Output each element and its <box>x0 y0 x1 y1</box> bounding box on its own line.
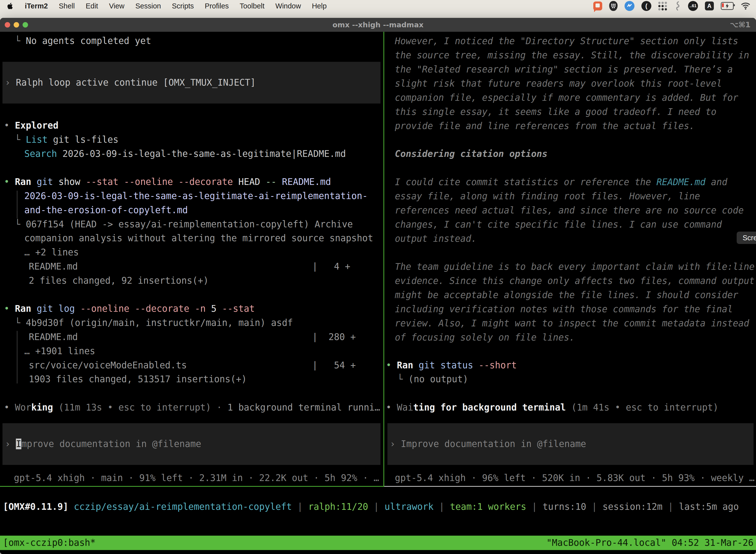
paragraph-line: the source tree, missing the essay. Stil… <box>395 48 749 62</box>
right-input-line: › Improve documentation in @filename <box>390 437 586 451</box>
paragraph-line: review. Also, I might want to inspect th… <box>395 316 755 330</box>
git-show-command-line: • Ran git show --stat --oneline --decora… <box>4 175 331 189</box>
thinking-heading: Considering citation options <box>395 147 548 161</box>
menu-item-edit[interactable]: Edit <box>85 2 98 10</box>
paragraph-line: evidence. Since this change only affects… <box>395 274 755 288</box>
wifi-icon[interactable] <box>741 2 751 10</box>
paragraph-line: However, I noticed the "Directory Struct… <box>395 34 749 48</box>
menu-item-toolbelt[interactable]: Toolbelt <box>240 2 264 10</box>
activity-icon[interactable] <box>625 1 634 11</box>
battery-level <box>722 3 724 7</box>
left-input-line: › Improve documentation in @filename <box>5 437 201 451</box>
left-model-status-line: gpt-5.4 xhigh · main · 91% left · 2.31M … <box>14 472 379 485</box>
paragraph-line: provide file and line references from th… <box>395 119 749 133</box>
chat-bubble-icon[interactable] <box>593 1 602 10</box>
macos-menu-bar: iTerm2 Shell Edit View Session Scripts P… <box>0 0 756 12</box>
menu-item-scripts[interactable]: Scripts <box>172 2 194 10</box>
paragraph-line: companion file, especially if more comme… <box>395 91 749 105</box>
working-status-line: • Working (11m 13s • esc to interrupt) ·… <box>4 401 380 414</box>
explored-search-line: Search 2026-03-09-is-legal-the-same-as-l… <box>24 147 346 161</box>
menu-item-session[interactable]: Session <box>135 2 161 10</box>
left-input-box[interactable]: › Improve documentation in @filename <box>2 423 380 465</box>
paragraph-line: including verification notes with those … <box>395 302 755 316</box>
paragraph-line: The team guideline is to back every impo… <box>395 260 755 274</box>
right-pane-border <box>384 486 756 487</box>
input-source-icon[interactable]: A <box>705 1 714 10</box>
omx-status-bar: [OMX#0.11.9] cczip/essay/ai-reimplementa… <box>3 500 739 513</box>
git-status-output-line: └ (no output) <box>397 373 468 386</box>
git-show-stat-line: 2 files changed, 92 insertions(+) <box>29 274 208 287</box>
git-show-output-line: companion analysis without altering the … <box>24 232 373 245</box>
git-show-more-line: … +2 lines <box>24 246 79 259</box>
git-show-arg-line: 2026-03-09-is-legal-the-same-as-legitima… <box>24 189 368 203</box>
inject-prompt-line: › Ralph loop active continue [OMX_TMUX_I… <box>5 76 256 89</box>
paragraph-line: the "Related research writing" section i… <box>395 62 749 76</box>
paragraph-line: might be acceptable alongside the file l… <box>395 288 755 302</box>
menu-item-shell[interactable]: Shell <box>59 2 75 10</box>
menu-item-help[interactable]: Help <box>312 2 327 10</box>
menu-item-window[interactable]: Window <box>275 2 301 10</box>
git-status-command-line: • Ran git status --short <box>386 359 517 372</box>
menu-status-icons: ( ..61 A <box>593 1 756 11</box>
git-show-arg-line: and-the-erosion-of-copyleft.md <box>24 204 188 217</box>
desktop: iTerm2 Shell Edit View Session Scripts P… <box>0 0 756 554</box>
git-log-stat-line: 1903 files changed, 513517 insertions(+) <box>29 373 247 386</box>
tmux-session-label: [omx-cczip0:bash* <box>3 536 96 550</box>
paragraph-line: references need actual files, and since … <box>395 203 744 217</box>
paragraph-line: essay file, along with finding root file… <box>395 189 744 203</box>
explored-header-line: • Explored <box>4 119 59 132</box>
menu-item-view[interactable]: View <box>109 2 124 10</box>
git-show-stat-line: README.md | 4 + <box>29 260 351 273</box>
terminal-content: └ No agents completed yet › Ralph loop a… <box>0 32 756 554</box>
shield-icon[interactable] <box>609 1 618 11</box>
menu-item-app[interactable]: iTerm2 <box>25 2 48 10</box>
squiggle-icon[interactable] <box>674 1 681 11</box>
explored-list-line: └ List git ls-files <box>15 133 119 147</box>
battery-percent-badge-icon[interactable]: ..61 <box>688 1 698 11</box>
paragraph-line: output instead. <box>395 232 744 246</box>
window-title: omx --xhigh --madmax <box>0 18 756 32</box>
tree-guide <box>17 190 17 218</box>
waiting-status-line: • Waiting for background terminal (1m 41… <box>386 401 718 414</box>
window-shortcut: ⌥⌘1 <box>730 18 751 32</box>
git-show-commit-line: └ 067f154 (HEAD -> essay/ai-reimplementa… <box>15 218 353 231</box>
tmux-host-clock: "MacBook-Pro-44.local" 04:52 31-Mar-26 <box>547 536 754 550</box>
paragraph-line: changes, I can't cite specific file line… <box>395 217 744 232</box>
iterm2-window: omx --xhigh --madmax ⌥⌘1 └ No agents com… <box>0 18 756 554</box>
right-input-box[interactable]: › Improve documentation in @filename <box>387 423 754 465</box>
inject-prompt-box[interactable]: › Ralph loop active continue [OMX_TMUX_I… <box>2 62 380 104</box>
git-log-stat-line: src/voice/voiceModeEnabled.ts | 54 + <box>29 359 356 372</box>
paragraph-line: of focusing solely on file lines. <box>395 330 755 344</box>
right-model-status-line: gpt-5.4 xhigh · 96% left · 520K in · 5.8… <box>395 472 755 485</box>
git-log-commit-line: └ 4b9d30f (origin/main, instructkr/main,… <box>15 316 293 330</box>
git-log-command-line: • Ran git log --oneline --decorate -n 5 … <box>4 302 255 316</box>
git-log-stat-line: README.md | 280 + <box>29 330 356 344</box>
git-log-more-line: … +1901 lines <box>24 344 95 358</box>
pane-divider[interactable] <box>383 32 384 487</box>
paragraph-line: I could cite commit statistics or refere… <box>395 175 744 189</box>
thinking-paragraph: I could cite commit statistics or refere… <box>395 175 744 246</box>
menu-item-profiles[interactable]: Profiles <box>205 2 229 10</box>
agents-note-line: └ No agents completed yet <box>15 34 151 48</box>
left-pane-border <box>0 486 383 487</box>
apple-menu-icon[interactable] <box>7 2 14 10</box>
tree-guide <box>17 331 17 384</box>
code-paren-icon[interactable]: ( <box>641 1 651 11</box>
battery-icon[interactable] <box>721 2 734 10</box>
tmux-status-bar: [omx-cczip0:bash* "MacBook-Pro-44.local"… <box>0 536 756 550</box>
paragraph-line: this single essay, it seems like a good … <box>395 105 749 119</box>
thinking-paragraph: However, I noticed the "Directory Struct… <box>395 34 749 133</box>
paragraph-line: slight risk that future readers may over… <box>395 76 749 91</box>
screen-sharing-overlay[interactable]: Scre <box>737 232 756 244</box>
dots-grid-icon[interactable] <box>658 1 667 10</box>
thinking-paragraph: The team guideline is to back every impo… <box>395 260 755 344</box>
window-titlebar: omx --xhigh --madmax ⌥⌘1 <box>0 18 756 32</box>
